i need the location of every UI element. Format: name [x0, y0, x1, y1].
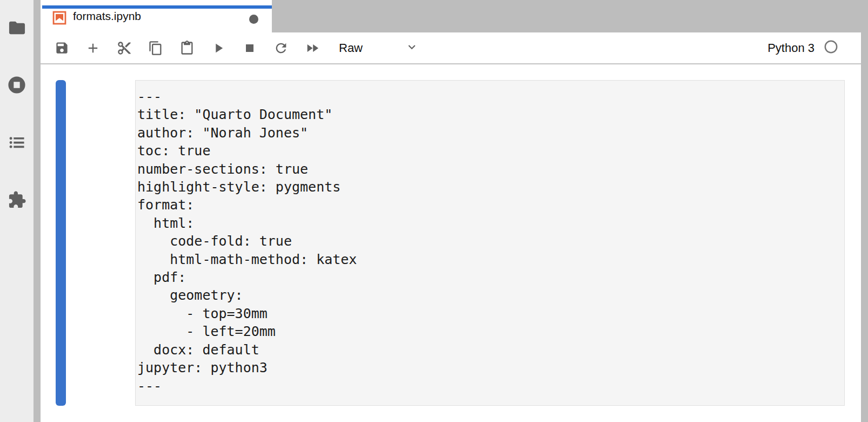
stop-circle-icon: [8, 76, 26, 94]
cell-editor[interactable]: --- title: "Quarto Document" author: "No…: [135, 80, 845, 406]
run-cell-button[interactable]: [206, 36, 230, 60]
save-button[interactable]: [50, 36, 74, 60]
unsaved-changes-indicator[interactable]: [249, 15, 258, 24]
add-cell-button[interactable]: [81, 36, 105, 60]
folder-icon: [8, 18, 26, 37]
restart-kernel-icon: [273, 41, 289, 56]
right-panel-strip: [861, 0, 868, 422]
sidebar-item-extension-manager[interactable]: [7, 190, 26, 209]
sidebar-item-file-browser[interactable]: [7, 18, 26, 37]
kernel-indicator[interactable]: Python 3: [767, 39, 861, 56]
run-all-icon: [305, 41, 320, 56]
save-icon: [55, 41, 69, 55]
cut-icon: [117, 41, 132, 56]
tab-title: formats.ipynb: [73, 10, 141, 23]
stop-icon: [243, 42, 256, 55]
kernel-name: Python 3: [767, 41, 814, 55]
jupyterlab-window: formats.ipynb: [0, 0, 868, 422]
run-icon: [211, 41, 226, 56]
tab-formats-ipynb[interactable]: formats.ipynb: [41, 0, 272, 32]
main-area: formats.ipynb: [41, 0, 861, 422]
cell-source: --- title: "Quarto Document" author: "No…: [137, 88, 840, 395]
copy-cells-button[interactable]: [144, 36, 168, 60]
cut-cells-button[interactable]: [112, 36, 136, 60]
run-all-button[interactable]: [301, 36, 324, 60]
chevron-down-icon: [405, 40, 419, 56]
left-activity-bar: [0, 0, 34, 422]
restart-kernel-button[interactable]: [269, 36, 293, 60]
copy-icon: [148, 41, 163, 56]
notebook-panel: --- title: "Quarto Document" author: "No…: [41, 64, 861, 422]
cell-prompt-gutter: [66, 80, 135, 406]
sidebar-item-running-sessions[interactable]: [7, 75, 26, 95]
dock-tab-bar: formats.ipynb: [41, 0, 861, 32]
paste-icon: [179, 41, 195, 56]
active-cell-collapser[interactable]: [56, 80, 66, 406]
paste-cells-button[interactable]: [175, 36, 199, 60]
puzzle-icon: [8, 190, 26, 209]
list-icon: [8, 134, 26, 151]
kernel-idle-circle-icon: [824, 39, 838, 56]
cell-type-dropdown[interactable]: Raw: [332, 36, 423, 60]
active-tab-accent: [42, 5, 272, 9]
notebook-toolbar: Raw Python 3: [41, 32, 861, 64]
interrupt-kernel-button[interactable]: [238, 36, 262, 60]
raw-cell: --- title: "Quarto Document" author: "No…: [56, 80, 845, 406]
add-cell-icon: [85, 41, 101, 56]
sidebar-item-table-of-contents[interactable]: [7, 133, 26, 152]
sidebar-resize-handle[interactable]: [34, 0, 41, 422]
cell-type-value: Raw: [339, 41, 363, 55]
notebook-icon: [52, 10, 67, 25]
